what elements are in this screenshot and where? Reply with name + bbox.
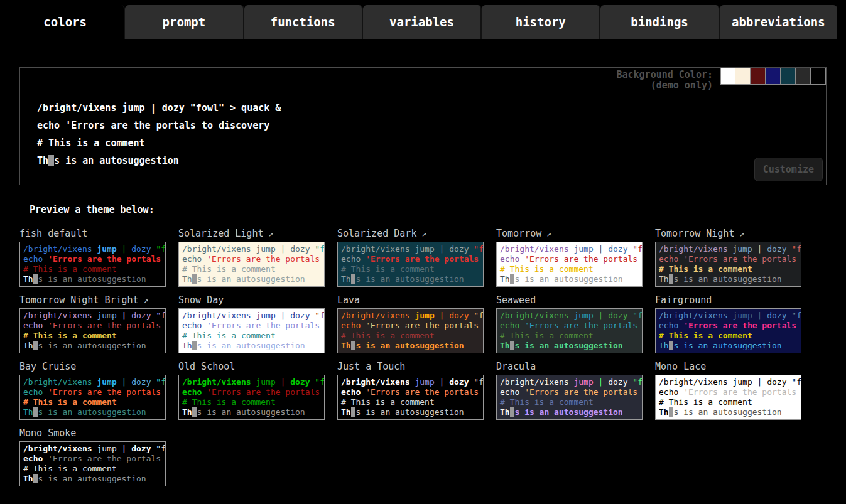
code-token: s is an autosuggestion: [38, 274, 146, 284]
code-line: /bright/vixens jump | dozy "fowl" > quac…: [500, 244, 639, 254]
bg-swatch-3[interactable]: [766, 68, 781, 85]
code-line: echo 'Errors are the portals to discover…: [23, 454, 162, 464]
code-line: This is an autosuggestion: [341, 341, 480, 351]
code-line: echo 'Errors are the portals to discover…: [500, 387, 639, 397]
code-token: # This is a comment: [37, 137, 145, 149]
theme-card-mono-smoke[interactable]: /bright/vixens jump | dozy "fowl" > quac…: [19, 441, 166, 486]
code-line: # This is a comment: [182, 264, 321, 274]
code-token: Th: [341, 274, 351, 284]
external-link-icon[interactable]: ↗: [139, 296, 149, 305]
code-token: jump: [97, 244, 116, 254]
code-line: /bright/vixens jump | dozy "fowl" > quac…: [182, 244, 321, 254]
code-line: /bright/vixens jump | dozy "fowl" > quac…: [659, 311, 798, 321]
code-line: # This is a comment: [23, 464, 162, 474]
code-line: This is an autosuggestion: [659, 274, 798, 284]
bg-swatch-6[interactable]: [811, 68, 826, 85]
theme-card-tomorrow-night[interactable]: /bright/vixens jump | dozy "fowl" > quac…: [655, 242, 801, 287]
code-token: s is an autosuggestion: [38, 341, 146, 350]
code-line: # This is a comment: [182, 397, 321, 407]
code-token: jump: [415, 377, 439, 387]
code-token: /bright/vixens: [659, 311, 732, 320]
customize-button[interactable]: Customize: [754, 158, 823, 181]
theme-title: Mono Smoke: [19, 427, 178, 441]
theme-card-bay-cruise[interactable]: /bright/vixens jump | dozy "fowl" > quac…: [19, 375, 166, 420]
code-token: |: [599, 377, 609, 387]
code-line: # This is a comment: [341, 264, 480, 274]
code-token: 'Errors are the portals to discovery: [683, 254, 801, 264]
bg-swatch-4[interactable]: [781, 68, 796, 85]
tab-variables[interactable]: variables: [363, 5, 482, 39]
code-token: 'Errors are the portals to discovery: [48, 254, 166, 264]
code-token: s is an autosuggestion: [673, 407, 781, 417]
theme-card-snow-day[interactable]: /bright/vixens jump | dozy "fowl" > quac…: [178, 308, 325, 353]
theme-name: Mono Smoke: [19, 427, 76, 439]
tab-history[interactable]: history: [482, 5, 600, 39]
theme-card-solarized-light[interactable]: /bright/vixens jump | dozy "fowl" > quac…: [178, 242, 325, 287]
code-line: # This is a comment: [23, 397, 162, 407]
code-line: /bright/vixens jump | dozy "fowl" > quac…: [500, 311, 639, 321]
demo-only-label: (demo only): [616, 80, 713, 91]
bg-swatch-1[interactable]: [735, 68, 751, 85]
code-line: /bright/vixens jump | dozy "fowl" > quac…: [500, 377, 639, 387]
code-token: Th: [341, 407, 351, 417]
code-token: "fowl" > quack &: [156, 444, 166, 453]
theme-name: fish default: [19, 228, 87, 239]
external-link-icon[interactable]: ↗: [734, 229, 744, 239]
code-token: s is an autosuggestion: [355, 274, 464, 284]
code-token: s is an autosuggestion: [54, 155, 179, 166]
tab-bindings[interactable]: bindings: [600, 5, 719, 39]
code-token: # This is a comment: [23, 264, 117, 274]
external-link-icon[interactable]: ↗: [541, 229, 551, 239]
theme-card-tomorrow-night-bright[interactable]: /bright/vixens jump | dozy "fowl" > quac…: [19, 308, 166, 353]
theme-card-fairground[interactable]: /bright/vixens jump | dozy "fowl" > quac…: [655, 308, 801, 353]
tab-bar: colorspromptfunctionsvariableshistorybin…: [6, 5, 837, 39]
code-line: # This is a comment: [659, 397, 798, 407]
code-token: /bright/vixens: [341, 377, 415, 387]
code-token: echo: [500, 254, 524, 264]
theme-name: Tomorrow Night Bright: [19, 294, 139, 306]
theme-card-solarized-dark[interactable]: /bright/vixens jump | dozy "fowl" > quac…: [337, 242, 484, 287]
bg-swatch-0[interactable]: [720, 68, 735, 85]
theme-card-mono-lace[interactable]: /bright/vixens jump | dozy "fowl" > quac…: [655, 375, 801, 420]
external-link-icon[interactable]: ↗: [416, 229, 426, 239]
theme-title: Snow Day: [178, 294, 337, 308]
theme-card-dracula[interactable]: /bright/vixens jump | dozy "fowl" > quac…: [496, 375, 643, 420]
code-line: This is an autosuggestion: [500, 341, 639, 351]
theme-card-lava[interactable]: /bright/vixens jump | dozy "fowl" > quac…: [337, 308, 484, 353]
theme-title: Mono Lace: [655, 360, 814, 375]
code-line: # This is a comment: [182, 331, 321, 341]
code-token: jump: [573, 244, 598, 254]
code-token: Th: [23, 407, 33, 417]
code-token: Th: [23, 341, 33, 350]
code-line: echo 'Errors are the portals to discover…: [341, 254, 480, 264]
code-token: 'Errors are the portals to discovery: [524, 321, 643, 330]
theme-title: Solarized Dark ↗: [337, 227, 496, 242]
code-token: 'Errors are the portals to discovery: [524, 254, 643, 264]
code-token: s is an autosuggestion: [514, 407, 622, 417]
code-line: echo 'Errors are the portals to discover…: [341, 387, 480, 397]
code-line: echo 'Errors are the portals to discover…: [500, 254, 639, 264]
tab-colors[interactable]: colors: [6, 5, 125, 39]
theme-card-just-a-touch[interactable]: /bright/vixens jump | dozy "fowl" > quac…: [337, 375, 484, 420]
theme-card-seaweed[interactable]: /bright/vixens jump | dozy "fowl" > quac…: [496, 308, 643, 353]
code-line: /bright/vixens jump | dozy "fowl" > quac…: [182, 311, 321, 321]
theme-card-fish-default[interactable]: /bright/vixens jump | dozy "fowl" > quac…: [19, 242, 166, 287]
theme-title: Dracula: [496, 360, 655, 375]
code-token: # This is a comment: [341, 331, 435, 340]
theme-name: Snow Day: [178, 294, 224, 306]
code-token: dozy: [449, 311, 474, 320]
tab-prompt[interactable]: prompt: [125, 5, 244, 39]
bg-swatch-2[interactable]: [751, 68, 766, 85]
theme-card-old-school[interactable]: /bright/vixens jump | dozy "fowl" > quac…: [178, 375, 325, 420]
theme-title: Bay Cruise: [19, 360, 178, 375]
bg-swatch-5[interactable]: [796, 68, 811, 85]
code-token: echo: [23, 454, 48, 463]
tab-abbreviations[interactable]: abbreviations: [720, 5, 837, 39]
external-link-icon[interactable]: ↗: [263, 229, 273, 239]
code-token: [117, 244, 122, 254]
code-token: s is an autosuggestion: [38, 474, 146, 483]
code-line: /bright/vixens jump | dozy "fowl" > quac…: [23, 444, 162, 454]
tab-functions[interactable]: functions: [244, 5, 363, 39]
code-line: This is an autosuggestion: [341, 407, 480, 417]
theme-card-tomorrow[interactable]: /bright/vixens jump | dozy "fowl" > quac…: [496, 242, 643, 287]
